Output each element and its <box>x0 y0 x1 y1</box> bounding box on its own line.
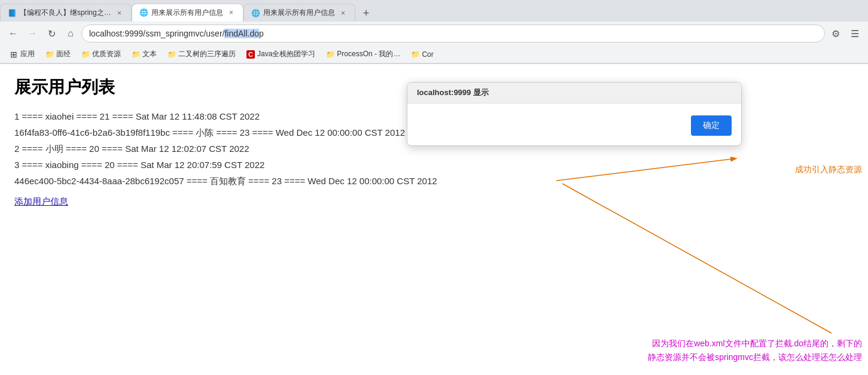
address-url-suffix: p <box>259 29 264 38</box>
tab-1-title: 【编程不良人】继spring之后快… <box>20 8 111 18</box>
folder-icon-3: 📁 <box>132 50 140 59</box>
tab-3-close[interactable]: × <box>339 8 348 18</box>
tab-bar: 📘 【编程不良人】继spring之后快… × 🌐 用来展示所有用户信息 × 🌐 … <box>0 0 868 22</box>
folder-icon-4: 📁 <box>167 50 176 59</box>
extensions-button[interactable]: ⚙ <box>827 25 844 42</box>
tab-3[interactable]: 🌐 用来展示所有用户信息 × <box>243 4 355 22</box>
bookmark-cor[interactable]: 📁 Cor <box>406 49 438 60</box>
tab-2-close[interactable]: × <box>227 8 236 17</box>
address-url-selected: findAll.do <box>224 29 259 38</box>
tab-3-title: 用来展示所有用户信息 <box>263 8 335 18</box>
user-row-5: 446ec400-5bc2-4434-8aaa-28bc6192c057 ===… <box>14 173 854 189</box>
home-button[interactable]: ⌂ <box>62 25 79 42</box>
user-row-4: 3 ==== xiaobing ==== 20 ==== Sat Mar 12 … <box>14 157 854 173</box>
bookmark-tree[interactable]: 📁 二叉树的三序遍历 <box>163 48 240 60</box>
bookmark-java-label: Java全栈抱团学习 <box>257 49 315 59</box>
address-url-prefix: localhost:9999/ssm_springmvc/user/ <box>89 29 224 38</box>
dialog-ok-button[interactable]: 确定 <box>691 115 732 136</box>
folder-icon-6: 📁 <box>411 50 419 59</box>
annotation-bottom-text: 因为我们在web.xml文件中配置了拦截.do结尾的，剩下的静态资源并不会被sp… <box>647 337 862 364</box>
forward-button[interactable]: → <box>24 25 41 42</box>
bookmark-resources[interactable]: 📁 优质资源 <box>77 48 126 60</box>
tab-1-close[interactable]: × <box>115 8 124 18</box>
bookmark-apps[interactable]: ⊞ 应用 <box>5 48 39 60</box>
bookmarks-bar: ⊞ 应用 📁 面经 📁 优质资源 📁 文本 📁 二叉树的三序遍历 C Java全… <box>0 45 868 63</box>
dialog-body: 确定 <box>407 103 741 145</box>
profile-button[interactable]: ☰ <box>846 25 863 42</box>
bookmark-java[interactable]: C Java全栈抱团学习 <box>242 48 320 60</box>
bookmark-resources-label: 优质资源 <box>92 49 121 59</box>
bookmark-text-label: 文本 <box>142 49 157 59</box>
page-content: 展示用户列表 1 ==== xiaohei ==== 21 ==== Sat M… <box>0 64 868 375</box>
bookmark-processon[interactable]: 📁 ProcessOn - 我的… <box>321 48 405 60</box>
refresh-button[interactable]: ↻ <box>43 25 60 42</box>
tab-1-favicon: 📘 <box>8 9 16 17</box>
bookmark-text[interactable]: 📁 文本 <box>127 48 162 60</box>
nav-bar: ← → ↻ ⌂ localhost:9999/ssm_springmvc/use… <box>0 22 868 45</box>
tab-2-title: 用来展示所有用户信息 <box>151 8 223 18</box>
apps-grid-icon: ⊞ <box>10 50 18 59</box>
dialog-box: localhost:9999 显示 确定 <box>407 82 742 146</box>
c-icon: C <box>246 50 255 59</box>
tab-3-favicon: 🌐 <box>251 9 260 17</box>
folder-icon-5: 📁 <box>326 50 334 59</box>
add-user-link[interactable]: 添加用户信息 <box>14 196 68 206</box>
tab-1[interactable]: 📘 【编程不良人】继spring之后快… × <box>0 4 132 22</box>
tab-2[interactable]: 🌐 用来展示所有用户信息 × <box>132 4 243 22</box>
back-button[interactable]: ← <box>5 25 22 42</box>
bookmark-processon-label: ProcessOn - 我的… <box>337 49 400 59</box>
bookmark-cor-label: Cor <box>422 50 433 59</box>
browser-chrome: 📘 【编程不良人】继spring之后快… × 🌐 用来展示所有用户信息 × 🌐 … <box>0 0 868 64</box>
nav-right-controls: ⚙ ☰ <box>827 25 863 42</box>
folder-icon-2: 📁 <box>81 50 90 59</box>
dialog-header: localhost:9999 显示 <box>407 83 741 103</box>
bookmark-mian-label: 面经 <box>56 49 71 59</box>
bookmark-mian[interactable]: 📁 面经 <box>41 48 75 60</box>
dialog-message <box>417 115 419 125</box>
bookmark-apps-label: 应用 <box>20 49 35 59</box>
bookmark-tree-label: 二叉树的三序遍历 <box>178 49 236 59</box>
address-bar[interactable]: localhost:9999/ssm_springmvc/user/findAl… <box>81 25 825 42</box>
new-tab-button[interactable]: + <box>358 5 374 22</box>
tab-2-favicon: 🌐 <box>139 8 148 17</box>
folder-icon-1: 📁 <box>45 50 54 59</box>
